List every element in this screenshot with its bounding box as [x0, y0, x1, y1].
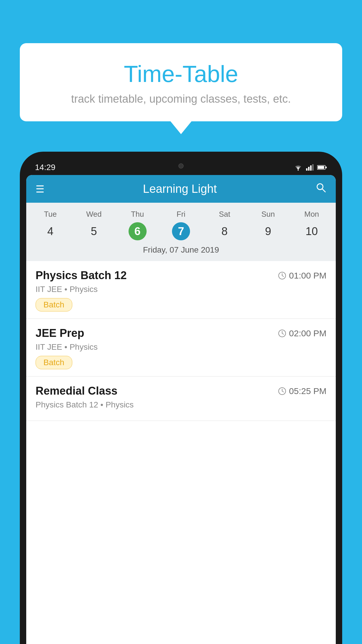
- camera: [178, 163, 184, 169]
- day-4[interactable]: 4: [29, 222, 72, 241]
- day-9[interactable]: 9: [246, 222, 290, 241]
- day-10[interactable]: 10: [290, 222, 333, 241]
- schedule-item-2[interactable]: JEE Prep 02:00 PM IIT JEE • Physics Batc…: [26, 319, 336, 377]
- search-icon[interactable]: [315, 182, 326, 196]
- signal-icon: [306, 164, 314, 171]
- svg-line-12: [282, 276, 284, 276]
- day-name-thu: Thu: [116, 208, 159, 220]
- svg-line-9: [322, 189, 325, 192]
- calendar-section: Tue Wed Thu Fri Sat Sun Mon 4 5 6 7 8 9 …: [26, 203, 336, 261]
- app-title: Learning Light: [143, 182, 217, 195]
- hamburger-icon[interactable]: ☰: [36, 183, 44, 195]
- tooltip-title: Time-Table: [34, 61, 328, 88]
- status-bar: 14:29: [26, 160, 336, 175]
- selected-date-label: Friday, 07 June 2019: [26, 242, 336, 259]
- status-time: 14:29: [35, 163, 55, 172]
- day-names-row: Tue Wed Thu Fri Sat Sun Mon: [26, 208, 336, 220]
- schedule-item-1-meta: IIT JEE • Physics: [36, 285, 326, 294]
- day-name-mon: Mon: [290, 208, 333, 220]
- svg-rect-7: [318, 166, 324, 169]
- day-numbers-row: 4 5 6 7 8 9 10: [26, 220, 336, 242]
- day-7-selected[interactable]: 7: [172, 222, 190, 240]
- svg-rect-2: [308, 167, 310, 171]
- schedule-item-2-badge: Batch: [36, 356, 72, 369]
- tooltip-card: Time-Table track timetable, upcoming cla…: [20, 43, 342, 121]
- clock-icon-1: [278, 272, 286, 280]
- day-name-sat: Sat: [203, 208, 246, 220]
- schedule-item-3-top: Remedial Class 05:25 PM: [36, 385, 326, 397]
- day-8[interactable]: 8: [203, 222, 246, 241]
- notch: [164, 160, 198, 172]
- phone-screen: ☰ Learning Light Tue Wed Thu Fri Sat Sun…: [26, 175, 336, 644]
- svg-line-18: [282, 391, 284, 392]
- wifi-icon: [294, 164, 303, 171]
- schedule-list: Physics Batch 12 01:00 PM IIT JEE • Phys…: [26, 261, 336, 421]
- schedule-item-2-title: JEE Prep: [36, 327, 84, 340]
- svg-rect-3: [310, 165, 312, 171]
- svg-rect-6: [326, 167, 327, 168]
- svg-rect-1: [306, 168, 307, 171]
- day-name-wed: Wed: [72, 208, 115, 220]
- schedule-item-2-meta: IIT JEE • Physics: [36, 342, 326, 352]
- day-name-sun: Sun: [246, 208, 290, 220]
- schedule-item-1-time: 01:00 PM: [278, 271, 326, 281]
- phone-frame: 14:29: [20, 152, 342, 644]
- schedule-item-3[interactable]: Remedial Class 05:25 PM Physics Batch 12…: [26, 377, 336, 421]
- schedule-item-3-meta: Physics Batch 12 • Physics: [36, 400, 326, 410]
- svg-rect-4: [312, 164, 314, 171]
- battery-icon: [317, 165, 327, 170]
- schedule-item-3-title: Remedial Class: [36, 385, 117, 397]
- status-icons: [294, 164, 327, 171]
- tooltip-subtitle: track timetable, upcoming classes, tests…: [34, 93, 328, 105]
- day-name-fri: Fri: [159, 208, 203, 220]
- day-6-today[interactable]: 6: [129, 222, 147, 240]
- app-header: ☰ Learning Light: [26, 175, 336, 203]
- schedule-item-3-time: 05:25 PM: [278, 386, 326, 396]
- svg-line-15: [282, 333, 284, 334]
- schedule-item-2-time: 02:00 PM: [278, 328, 326, 338]
- svg-point-0: [298, 169, 299, 171]
- schedule-item-1-title: Physics Batch 12: [36, 269, 127, 282]
- schedule-item-2-top: JEE Prep 02:00 PM: [36, 327, 326, 340]
- day-name-tue: Tue: [29, 208, 72, 220]
- schedule-item-1-top: Physics Batch 12 01:00 PM: [36, 269, 326, 282]
- day-5[interactable]: 5: [72, 222, 115, 241]
- schedule-item-1[interactable]: Physics Batch 12 01:00 PM IIT JEE • Phys…: [26, 261, 336, 319]
- clock-icon-2: [278, 329, 286, 337]
- schedule-item-1-badge: Batch: [36, 298, 72, 312]
- clock-icon-3: [278, 387, 286, 395]
